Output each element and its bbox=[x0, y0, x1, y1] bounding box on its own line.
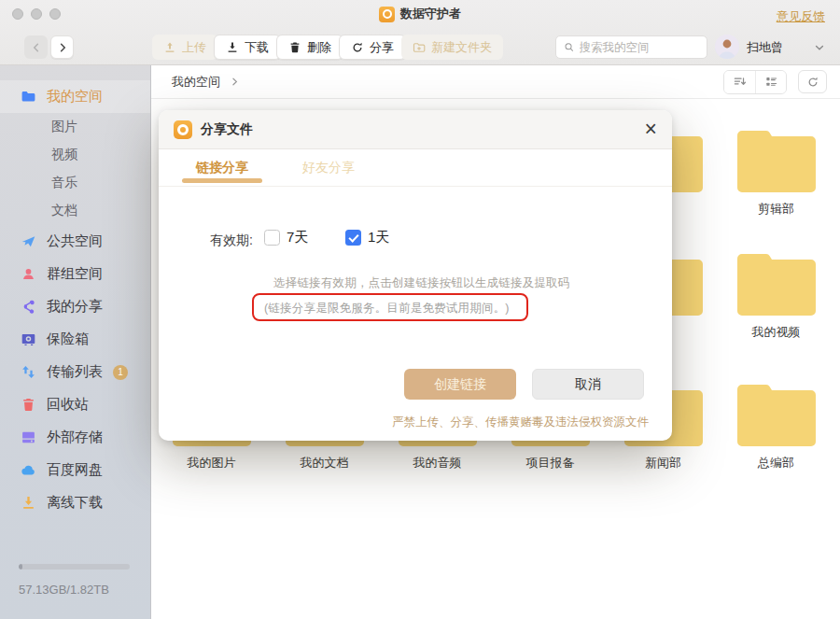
sidebar-item-videos[interactable]: 视频 bbox=[0, 141, 150, 169]
cancel-button[interactable]: 取消 bbox=[532, 369, 644, 400]
user-avatar[interactable] bbox=[715, 35, 739, 59]
option-1-day-label: 1天 bbox=[368, 229, 389, 246]
sidebar-item-label: 百度网盘 bbox=[47, 461, 103, 479]
sidebar-item-group-space[interactable]: 群组空间 bbox=[0, 258, 150, 290]
app-title-text: 数据守护者 bbox=[400, 6, 461, 22]
folder-label: 我的音频 bbox=[381, 456, 494, 471]
storage-bar-fill bbox=[19, 564, 22, 570]
tab-friend-share[interactable]: 好友分享 bbox=[302, 149, 355, 186]
download-button[interactable]: 下载 bbox=[214, 35, 281, 60]
folder-item[interactable]: 总编部 bbox=[720, 381, 833, 471]
sidebar-item-label: 我的分享 bbox=[47, 298, 103, 316]
storage-bar bbox=[19, 564, 130, 570]
hint-line1: 选择链接有效期，点击创建链接按钮以生成链接及提取码 bbox=[273, 275, 570, 291]
new-folder-icon bbox=[413, 41, 426, 54]
folder-label: 新闻部 bbox=[607, 456, 720, 471]
view-toggle-group bbox=[723, 70, 787, 94]
sidebar-item-music[interactable]: 音乐 bbox=[0, 169, 150, 197]
breadcrumb: 我的空间 bbox=[151, 65, 840, 99]
delete-label: 删除 bbox=[307, 39, 331, 56]
refresh-icon bbox=[806, 76, 819, 89]
download-label: 下载 bbox=[245, 39, 269, 56]
sort-order-button[interactable] bbox=[724, 71, 755, 93]
share-button[interactable]: 分享 bbox=[339, 35, 406, 60]
transfer-icon bbox=[21, 364, 36, 380]
dialog-header: 分享文件 × bbox=[159, 110, 672, 149]
sidebar-item-pictures[interactable]: 图片 bbox=[0, 113, 150, 141]
upload-button[interactable]: 上传 bbox=[152, 35, 217, 60]
sidebar-item-label: 传输列表 bbox=[47, 363, 103, 381]
feedback-link[interactable]: 意见反馈 bbox=[777, 8, 825, 25]
tab-link-share[interactable]: 链接分享 bbox=[196, 149, 248, 186]
drive-icon bbox=[21, 429, 36, 445]
safe-icon bbox=[21, 331, 36, 347]
folder-icon bbox=[737, 381, 816, 446]
sidebar-item-recycle-bin[interactable]: 回收站 bbox=[0, 388, 150, 421]
sidebar-item-my-space[interactable]: 我的空间 bbox=[0, 80, 150, 113]
folder-label: 我的视频 bbox=[720, 325, 833, 340]
validity-label: 有效期: bbox=[210, 232, 253, 249]
sidebar-item-safe-box[interactable]: 保险箱 bbox=[0, 323, 150, 356]
breadcrumb-root[interactable]: 我的空间 bbox=[172, 74, 220, 91]
view-controls bbox=[723, 70, 827, 94]
checkbox-7-days[interactable] bbox=[264, 230, 280, 246]
sidebar-item-transfer-list[interactable]: 传输列表1 bbox=[0, 356, 150, 388]
people-icon bbox=[21, 266, 36, 282]
create-link-button[interactable]: 创建链接 bbox=[404, 369, 516, 400]
share-label: 分享 bbox=[370, 39, 394, 56]
username: 扫地曾 bbox=[747, 39, 783, 56]
option-1-day[interactable]: 1天 bbox=[345, 229, 389, 246]
avatar-person-icon bbox=[715, 35, 739, 59]
delete-button[interactable]: 删除 bbox=[276, 35, 343, 60]
new-folder-button[interactable]: 新建文件夹 bbox=[401, 35, 503, 60]
chevron-down-icon bbox=[814, 42, 825, 53]
sidebar-item-label: 音乐 bbox=[51, 175, 77, 191]
sidebar-item-label: 回收站 bbox=[47, 396, 89, 414]
folder-label: 我的图片 bbox=[155, 456, 268, 471]
sidebar-item-label: 保险箱 bbox=[47, 331, 89, 348]
sidebar-item-external-storage[interactable]: 外部存储 bbox=[0, 421, 150, 454]
dialog-close-button[interactable]: × bbox=[645, 119, 657, 140]
breadcrumb-chevron-icon bbox=[230, 77, 240, 87]
back-button[interactable] bbox=[24, 35, 48, 59]
share-icon bbox=[21, 299, 36, 315]
checkbox-1-day[interactable] bbox=[345, 230, 361, 246]
share-icon bbox=[351, 41, 364, 54]
option-7-days-label: 7天 bbox=[287, 229, 308, 246]
folder-item[interactable]: 我的视频 bbox=[720, 250, 833, 340]
sidebar-item-documents[interactable]: 文档 bbox=[0, 197, 150, 225]
chevron-left-icon bbox=[31, 42, 42, 53]
search-icon bbox=[564, 41, 575, 53]
sidebar-item-label: 我的空间 bbox=[47, 88, 103, 106]
sort-descending-icon bbox=[733, 75, 747, 89]
user-menu-chevron[interactable] bbox=[814, 40, 825, 57]
sidebar-item-baidu-netdisk[interactable]: 百度网盘 bbox=[0, 454, 150, 486]
folder-item[interactable]: 剪辑部 bbox=[720, 127, 833, 217]
folder-icon bbox=[737, 250, 816, 316]
share-dialog: 分享文件 × 链接分享好友分享 有效期: 7天 1天 选择链接有效期，点击创建链… bbox=[159, 110, 672, 441]
paper-plane-icon bbox=[21, 233, 36, 249]
sidebar-item-label: 离线下载 bbox=[47, 494, 103, 512]
forward-button[interactable] bbox=[50, 35, 74, 59]
app-logo-icon bbox=[379, 7, 395, 22]
folder-label: 剪辑部 bbox=[720, 202, 833, 217]
refresh-button[interactable] bbox=[798, 70, 827, 93]
chevron-right-icon bbox=[57, 42, 68, 53]
trash-icon bbox=[288, 41, 301, 54]
list-view-button[interactable] bbox=[755, 71, 786, 93]
upload-icon bbox=[163, 41, 176, 54]
option-7-days[interactable]: 7天 bbox=[264, 229, 308, 246]
dialog-app-icon bbox=[174, 120, 192, 139]
sidebar-item-my-share[interactable]: 我的分享 bbox=[0, 290, 150, 323]
sidebar-item-offline-download[interactable]: 离线下载 bbox=[0, 486, 150, 519]
sidebar-item-public-space[interactable]: 公共空间 bbox=[0, 225, 150, 258]
dialog-warning-text: 严禁上传、分享、传播黄赌毒及违法侵权资源文件 bbox=[392, 415, 649, 430]
trash-icon bbox=[21, 397, 36, 413]
download-icon bbox=[21, 495, 36, 511]
new-folder-label: 新建文件夹 bbox=[431, 39, 492, 56]
storage-text: 57.13GB/1.82TB bbox=[19, 583, 130, 597]
sidebar-item-label: 图片 bbox=[51, 119, 77, 135]
search-input[interactable] bbox=[580, 41, 699, 54]
app-title: 数据守护者 bbox=[0, 6, 840, 22]
dialog-tabs: 链接分享好友分享 bbox=[159, 149, 672, 187]
